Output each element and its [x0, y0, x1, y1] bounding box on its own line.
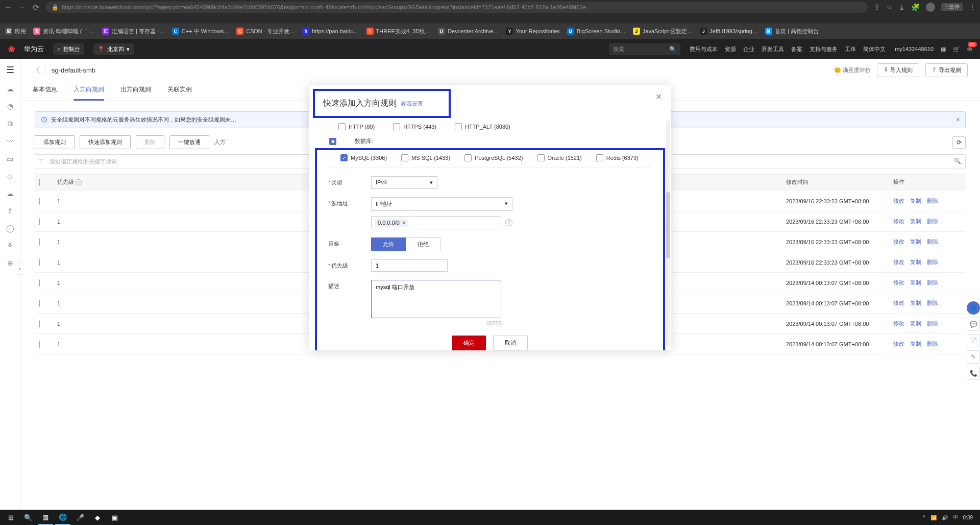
- bookmark-item[interactable]: 资资讯-哔哩哔哩 (゜-…: [33, 28, 95, 35]
- chevron-down-icon: ▾: [430, 179, 433, 186]
- chevron-down-icon: ▾: [127, 46, 130, 53]
- brand-text: 华为云: [24, 44, 44, 54]
- redis-checkbox[interactable]: Redis (6379): [596, 154, 639, 161]
- header-link[interactable]: 支持与服务: [810, 45, 838, 53]
- type-label: *类型: [328, 176, 364, 186]
- bookmark-icon: h: [302, 28, 309, 35]
- bookmark-item[interactable]: 应应用: [5, 28, 26, 35]
- deny-button[interactable]: 拒绝: [406, 237, 440, 251]
- bookmark-icon: D: [438, 28, 445, 35]
- address-bar[interactable]: 🔒 https://console.huaweicloud.com/vpc/?a…: [45, 2, 868, 13]
- header-link[interactable]: 简体中文: [863, 45, 886, 53]
- bookmark-icon: J: [700, 28, 707, 35]
- source-ip-input[interactable]: 0.0.0.0/0×: [371, 216, 501, 229]
- float-phone-icon[interactable]: 📞: [967, 367, 980, 380]
- oracle-checkbox[interactable]: Oracle (1521): [537, 154, 582, 161]
- source-type-select[interactable]: IP地址▾: [371, 197, 512, 211]
- search-icon: 🔍: [669, 46, 676, 53]
- header-link[interactable]: 备案: [791, 45, 802, 53]
- teach-me-link[interactable]: 教我设置: [401, 100, 423, 108]
- bookmark-item[interactable]: CCSDN - 专业开发…: [236, 28, 295, 35]
- bookmark-item[interactable]: 汇汇编语言 | 寄存器 -…: [102, 28, 165, 35]
- quick-add-modal: ✕ 快速添加入方向规则 教我设置 HTTP (80) HTTPS (443) H…: [309, 85, 671, 350]
- modal-close-icon[interactable]: ✕: [655, 92, 662, 102]
- priority-label: *优先级: [328, 259, 364, 270]
- https-checkbox[interactable]: HTTPS (443): [393, 123, 436, 130]
- cancel-button[interactable]: 取消: [493, 336, 528, 350]
- http-alt-checkbox[interactable]: HTTP_ALT (8080): [455, 123, 510, 130]
- allow-button[interactable]: 允许: [371, 237, 406, 251]
- highlighted-form-frame: ✓MySQL (3306) MS SQL (1433) PostgreSQL (…: [315, 148, 665, 350]
- browser-chrome: ← → ⟳ 🔒 https://console.huaweicloud.com/…: [0, 0, 980, 23]
- header-link[interactable]: 资源: [725, 45, 736, 53]
- float-toolbar: 👤 💬 📄 ✎ 📞: [967, 301, 980, 380]
- profile-avatar[interactable]: [926, 3, 935, 12]
- bookmark-icon: C: [172, 28, 179, 35]
- bookmark-item[interactable]: DDevcenter Archive…: [438, 28, 499, 35]
- lock-icon: 🔒: [52, 4, 59, 11]
- bookmark-item[interactable]: TTHREE实战4_3D纹…: [366, 28, 431, 35]
- header-link[interactable]: 费用与成本: [690, 45, 718, 53]
- bookmark-icon: B: [567, 28, 574, 35]
- bookmark-item[interactable]: YYour Repositories: [506, 28, 559, 35]
- type-select[interactable]: IPv4▾: [371, 176, 437, 189]
- download-icon[interactable]: ⤓: [899, 3, 905, 11]
- ip-tag[interactable]: 0.0.0.0/0×: [375, 219, 408, 227]
- modal-title-frame: 快速添加入方向规则 教我设置: [313, 89, 451, 118]
- database-label: 数据库:: [355, 137, 373, 145]
- bookmark-icon: J: [633, 28, 640, 35]
- float-survey-icon[interactable]: ✎: [967, 350, 980, 364]
- float-chat-icon[interactable]: 💬: [967, 318, 980, 331]
- mssql-checkbox[interactable]: MS SQL (1433): [401, 154, 450, 161]
- float-helper-icon[interactable]: 👤: [967, 301, 980, 315]
- user-name[interactable]: my1432448610: [895, 46, 934, 52]
- chevron-down-icon: ▾: [505, 200, 508, 208]
- postgresql-checkbox[interactable]: PostgreSQL (5432): [464, 154, 523, 161]
- bookmark-icon: Y: [506, 28, 513, 35]
- star-icon[interactable]: ☆: [886, 3, 893, 11]
- bookmark-item[interactable]: 首首页 | 高德控制台: [765, 28, 819, 35]
- header-link[interactable]: 开发工具: [762, 45, 784, 53]
- database-group-checkbox[interactable]: ■: [329, 138, 336, 145]
- header-link[interactable]: 工单: [845, 45, 856, 53]
- source-label: *源地址: [328, 197, 364, 207]
- grid-icon[interactable]: ▦: [941, 46, 946, 53]
- paused-badge: 已暂停: [941, 3, 963, 11]
- notification-icon[interactable]: ✉21: [967, 46, 972, 53]
- header-search[interactable]: 搜索🔍: [609, 43, 680, 55]
- bookmark-item[interactable]: hhttps://pan.baidu…: [302, 28, 359, 35]
- bookmark-icon: 资: [33, 28, 40, 35]
- url-text: https://console.huaweicloud.com/vpc/?age…: [62, 4, 586, 10]
- http-checkbox[interactable]: HTTP (80): [338, 123, 375, 130]
- console-link[interactable]: ⌂ 控制台: [53, 43, 84, 55]
- share-icon[interactable]: ⇪: [874, 3, 880, 11]
- header-link[interactable]: 企业: [743, 45, 754, 53]
- bookmark-icon: T: [366, 28, 374, 35]
- bookmark-item[interactable]: JJeffLi1993/spring…: [700, 28, 758, 35]
- help-icon[interactable]: ?: [505, 219, 512, 226]
- tag-remove-icon: ×: [402, 220, 405, 226]
- cart-icon[interactable]: 🛒: [953, 46, 960, 53]
- bookmark-icon: C: [236, 28, 243, 35]
- priority-input[interactable]: [371, 259, 448, 272]
- mysql-checkbox[interactable]: ✓MySQL (3306): [340, 154, 387, 161]
- bookmarks-bar: 应应用资资讯-哔哩哔哩 (゜-…汇汇编语言 | 寄存器 -…CC++ 中 Win…: [0, 23, 980, 39]
- description-label: 描述: [328, 280, 364, 290]
- description-textarea[interactable]: [371, 280, 501, 318]
- modal-scrollbar-thumb[interactable]: [666, 192, 670, 258]
- extensions-icon[interactable]: 🧩: [911, 3, 920, 11]
- region-select[interactable]: 📍 北京四 ▾: [93, 43, 134, 55]
- reload-icon[interactable]: ⟳: [33, 3, 39, 12]
- menu-icon[interactable]: ⋮: [969, 3, 976, 11]
- confirm-button[interactable]: 确定: [452, 336, 486, 350]
- modal-title: 快速添加入方向规则: [323, 98, 397, 109]
- huawei-logo-icon[interactable]: ❀: [8, 44, 15, 54]
- back-icon[interactable]: ←: [4, 3, 12, 12]
- bookmark-item[interactable]: BBigScreen Studio…: [567, 28, 626, 35]
- huawei-header: ❀ 华为云 ⌂ 控制台 📍 北京四 ▾ 搜索🔍 费用与成本资源企业开发工具备案支…: [0, 39, 980, 59]
- float-doc-icon[interactable]: 📄: [967, 334, 980, 347]
- bookmark-item[interactable]: JJavaScript 函数定…: [633, 28, 693, 35]
- bookmark-item[interactable]: CC++ 中 Windows…: [172, 28, 230, 35]
- bookmark-icon: 应: [5, 28, 12, 35]
- policy-label: 策略: [328, 237, 364, 248]
